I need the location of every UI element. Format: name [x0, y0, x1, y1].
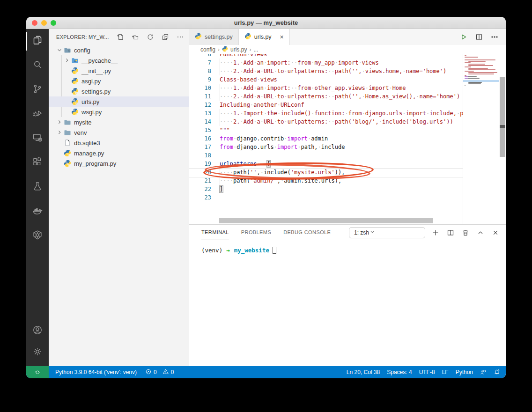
- close-window-button[interactable]: [32, 20, 37, 26]
- line-number[interactable]: 15: [189, 126, 211, 134]
- tree-item-asgi-py[interactable]: asgi.py: [49, 76, 189, 86]
- line-number[interactable]: 13: [189, 109, 211, 118]
- code-line[interactable]: 9Class-based·views: [189, 75, 463, 84]
- line-number[interactable]: 18: [189, 151, 211, 160]
- breadcrumb[interactable]: config › urls.py › ...: [189, 45, 506, 54]
- code-line[interactable]: 11····2.·Add·a·URL·to·urlpatterns:··path…: [189, 92, 463, 101]
- tree-item-venv[interactable]: venv: [49, 127, 189, 138]
- activity-item-source-control[interactable]: [26, 78, 49, 102]
- status-feedback[interactable]: [480, 369, 487, 375]
- refresh-explorer-button[interactable]: [147, 33, 154, 41]
- close-panel-button[interactable]: [492, 229, 499, 236]
- problems-status[interactable]: 00: [145, 368, 174, 376]
- line-number[interactable]: 19: [189, 160, 211, 168]
- code-line[interactable]: 12Including·another·URLconf: [189, 101, 463, 109]
- editor-tab-urls-py[interactable]: urls.py×: [239, 29, 290, 45]
- code-line[interactable]: 23: [189, 193, 463, 202]
- line-number[interactable]: 17: [189, 143, 211, 151]
- line-number[interactable]: 12: [189, 101, 211, 109]
- code-line[interactable]: 19urlpatterns·=·[: [189, 160, 463, 168]
- tree-item-config[interactable]: config: [49, 45, 189, 55]
- code-line[interactable]: 16from·django.contrib·import·admin: [189, 134, 463, 143]
- editor-tab-settings-py[interactable]: settings.py: [189, 29, 239, 45]
- activity-item-docker[interactable]: [26, 199, 49, 224]
- breadcrumb-symbol[interactable]: ...: [253, 46, 258, 53]
- code-line[interactable]: 6Function·views: [189, 54, 463, 59]
- code-line[interactable]: 21····path('admin/',·admin.site.urls),: [189, 177, 463, 185]
- activity-item-remote-explorer[interactable]: [26, 126, 49, 151]
- status-eol[interactable]: LF: [442, 369, 449, 375]
- python-interpreter-status[interactable]: Python 3.9.0 64-bit ('venv': venv): [55, 369, 137, 375]
- status-notifications[interactable]: [494, 369, 500, 375]
- split-terminal-button[interactable]: [447, 229, 454, 236]
- code-line[interactable]: 13····1.·Import·the·include()·function:·…: [189, 109, 463, 118]
- code-line[interactable]: 22]: [189, 185, 463, 193]
- tree-item--pycache-[interactable]: __pycache__: [49, 55, 189, 66]
- chevron-down-icon[interactable]: [55, 47, 64, 53]
- split-editor-button[interactable]: [475, 33, 483, 41]
- new-terminal-button[interactable]: [432, 229, 439, 236]
- line-number[interactable]: 20: [189, 168, 211, 177]
- minimize-window-button[interactable]: [41, 20, 47, 26]
- activity-item-explorer[interactable]: [26, 29, 49, 53]
- tree-item-my-program-py[interactable]: my_program.py: [49, 158, 189, 169]
- breadcrumb-folder[interactable]: config: [200, 46, 215, 53]
- status-indentation[interactable]: Spaces: 4: [387, 369, 412, 375]
- close-tab-button[interactable]: ×: [280, 33, 284, 41]
- tree-item-manage-py[interactable]: manage.py: [49, 148, 189, 158]
- new-folder-button[interactable]: [132, 33, 139, 41]
- more-actions-button[interactable]: [177, 33, 184, 41]
- code-line[interactable]: 18: [189, 151, 463, 160]
- new-file-button[interactable]: [117, 33, 124, 41]
- line-number[interactable]: 23: [189, 193, 211, 202]
- vertical-scrollbar-thumb[interactable]: [500, 77, 505, 157]
- line-number[interactable]: 8: [189, 67, 211, 75]
- chevron-right-icon[interactable]: [55, 129, 64, 136]
- panel-tab-debug-console[interactable]: DEBUG CONSOLE: [283, 225, 331, 240]
- status-cursor-position[interactable]: Ln 20, Col 38: [347, 369, 380, 375]
- kill-terminal-button[interactable]: [462, 229, 469, 236]
- line-number[interactable]: 14: [189, 118, 211, 126]
- chevron-right-icon[interactable]: [63, 57, 71, 64]
- line-number[interactable]: 21: [189, 177, 211, 185]
- remote-indicator[interactable]: [26, 366, 49, 378]
- code-line[interactable]: 20····path('',·include('mysite.urls')),: [189, 168, 463, 177]
- chevron-right-icon[interactable]: [55, 119, 64, 125]
- panel-tab-terminal[interactable]: TERMINAL: [201, 225, 229, 240]
- code-line[interactable]: 17from·django.urls·import·path,·include: [189, 143, 463, 151]
- collapse-folders-button[interactable]: [162, 33, 169, 41]
- line-number[interactable]: 9: [189, 75, 211, 84]
- status-language-mode[interactable]: Python: [456, 369, 473, 375]
- activity-item-run-debug[interactable]: [26, 102, 49, 126]
- breadcrumb-file[interactable]: urls.py: [230, 46, 247, 53]
- terminal-prompt[interactable]: (venv) → my_website: [189, 240, 506, 254]
- tree-item-mysite[interactable]: mysite: [49, 117, 189, 127]
- line-number[interactable]: 10: [189, 84, 211, 92]
- run-python-file-button[interactable]: [460, 33, 467, 41]
- activity-item-extensions[interactable]: [26, 151, 49, 175]
- code-line[interactable]: 8····2.·Add·a·URL·to·urlpatterns:··path(…: [189, 67, 463, 75]
- line-number[interactable]: 6: [189, 54, 211, 59]
- vertical-scrollbar[interactable]: [499, 54, 506, 224]
- activity-item-accounts[interactable]: [26, 320, 49, 342]
- code-line[interactable]: 15""": [189, 126, 463, 134]
- title-bar[interactable]: urls.py — my_website: [26, 17, 506, 29]
- minimap[interactable]: [463, 54, 499, 224]
- terminal-shell-select[interactable]: 1: zsh: [349, 227, 425, 238]
- tree-item-db-sqlite3[interactable]: db.sqlite3: [49, 138, 189, 148]
- activity-item-search[interactable]: [26, 53, 49, 78]
- code-line[interactable]: 14····2.·Add·a·URL·to·urlpatterns:··path…: [189, 118, 463, 126]
- code-editor[interactable]: 6Function·views7····1.·Add·an·import:··f…: [189, 54, 506, 224]
- maximize-panel-button[interactable]: [477, 229, 484, 236]
- code-area[interactable]: 6Function·views7····1.·Add·an·import:··f…: [189, 54, 463, 224]
- activity-item-settings[interactable]: [26, 342, 49, 363]
- line-number[interactable]: 7: [189, 59, 211, 67]
- code-line[interactable]: 10····1.·Add·an·import:··from·other_app.…: [189, 84, 463, 92]
- tree-item-wsgi-py[interactable]: wsgi.py: [49, 107, 189, 117]
- activity-item-kubernetes[interactable]: [26, 224, 49, 248]
- tree-item-settings-py[interactable]: settings.py: [49, 86, 189, 96]
- line-number[interactable]: 11: [189, 92, 211, 101]
- code-line[interactable]: 7····1.·Add·an·import:··from·my_app·impo…: [189, 59, 463, 67]
- horizontal-scrollbar-thumb[interactable]: [219, 218, 433, 223]
- line-number[interactable]: 16: [189, 134, 211, 143]
